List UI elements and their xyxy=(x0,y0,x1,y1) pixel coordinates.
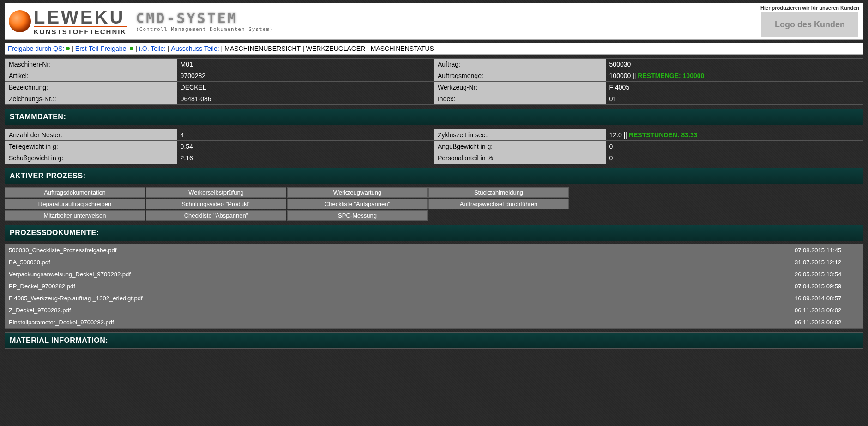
link-erstteil-freigabe[interactable]: Erst-Teil-Freigabe: xyxy=(75,45,128,52)
label-auftrag: Auftrag: xyxy=(434,59,606,70)
label-werkzeug-nr: Werkzeug-Nr: xyxy=(434,82,606,93)
status-nav-bar: Freigabe durch QS: | Erst-Teil-Freigabe:… xyxy=(5,43,863,55)
process-button[interactable]: Auftragsdokumentation xyxy=(5,187,145,198)
process-button[interactable]: Reparaturauftrag schreiben xyxy=(5,199,145,209)
documents-list: 500030_Checkliste_Prozessfreigabe.pdf07.… xyxy=(5,244,863,329)
stammdaten-panel: Anzahl der Nester: 4 Zykluszeit in sec.:… xyxy=(5,129,863,164)
label-bezeichnung: Bezeichnung: xyxy=(5,82,177,93)
customer-logo-placeholder: Logo des Kunden xyxy=(761,12,858,37)
document-name: Z_Deckel_9700282.pdf xyxy=(9,307,71,314)
section-prozessdokumente: PROZESSDOKUMENTE: xyxy=(5,225,863,241)
label-teilegewicht: Teilegewicht in g: xyxy=(5,141,177,152)
document-date: 16.09.2014 08:57 xyxy=(795,295,859,302)
section-stammdaten: STAMMDATEN: xyxy=(5,109,863,125)
value-maschinen-nr: M01 xyxy=(177,59,434,70)
nav-werkzeuglager[interactable]: WERKZEUGLAGER xyxy=(306,45,365,52)
document-name: 500030_Checkliste_Prozessfreigabe.pdf xyxy=(9,247,116,254)
customer-hint: Hier produzieren wir für unseren Kunden xyxy=(760,5,859,11)
order-info-panel: Maschinen-Nr: M01 Auftrag: 500030 Artike… xyxy=(5,58,863,105)
leweku-title: LEWEKU xyxy=(34,8,127,26)
document-name: BA_500030.pdf xyxy=(9,259,50,266)
link-ausschuss-teile[interactable]: Ausschuss Teile: xyxy=(171,45,219,52)
document-row[interactable]: Z_Deckel_9700282.pdf06.11.2013 06:02 xyxy=(5,304,863,316)
value-personalanteil: 0 xyxy=(606,152,863,164)
document-name: PP_Deckel_9700282.pdf xyxy=(9,283,75,290)
document-date: 06.11.2013 06:02 xyxy=(795,307,859,314)
process-button[interactable]: Stückzahlmeldung xyxy=(428,187,569,198)
label-artikel: Artikel: xyxy=(5,70,177,82)
label-personalanteil: Personalanteil in %: xyxy=(434,152,606,164)
document-date: 06.11.2013 06:02 xyxy=(795,319,859,326)
label-angussgewicht: Angußgewicht in g: xyxy=(434,141,606,152)
link-freigabe-qs[interactable]: Freigabe durch QS: xyxy=(8,45,64,52)
value-zykluszeit: 12.0 || RESTSTUNDEN: 83.33 xyxy=(606,129,863,141)
document-date: 07.04.2015 09:59 xyxy=(795,283,859,290)
process-button[interactable]: Werkzeugwartung xyxy=(287,187,428,198)
label-schussgewicht: Schußgewicht in g: xyxy=(5,152,177,164)
status-dot-green-icon xyxy=(66,47,70,50)
logo-leweku: LEWEKU KUNSTSTOFFTECHNIK xyxy=(9,8,127,35)
process-button[interactable]: Schulungsvideo "Produkt" xyxy=(146,199,286,209)
sphere-icon xyxy=(9,10,31,32)
nav-maschinenstatus[interactable]: MASCHINENSTATUS xyxy=(371,45,434,52)
process-button[interactable]: Checkliste "Abspannen" xyxy=(146,210,286,221)
document-name: Einstellparameter_Deckel_9700282.pdf xyxy=(9,319,114,326)
section-material-information: MATERIAL INFORMATION: xyxy=(5,332,863,349)
document-row[interactable]: F 4005_Werkzeug-Rep.auftrag _1302_erledi… xyxy=(5,292,863,304)
document-date: 31.07.2015 12:12 xyxy=(795,259,859,266)
value-auftragsmenge: 100000 || RESTMENGE: 100000 xyxy=(606,70,863,82)
document-row[interactable]: PP_Deckel_9700282.pdf07.04.2015 09:59 xyxy=(5,280,863,292)
app-header: LEWEKU KUNSTSTOFFTECHNIK CMD-SYSTEM (Con… xyxy=(5,3,863,40)
label-anzahl-nester: Anzahl der Nester: xyxy=(5,129,177,141)
process-button[interactable]: Checkliste "Aufspannen" xyxy=(287,199,428,209)
document-date: 07.08.2015 11:45 xyxy=(795,247,859,254)
label-zeichnungs-nr: Zeichnungs-Nr.:: xyxy=(5,93,177,104)
label-index: Index: xyxy=(434,93,606,104)
process-button[interactable]: Werkerselbstprüfung xyxy=(146,187,286,198)
label-auftragsmenge: Auftragsmenge: xyxy=(434,70,606,82)
value-angussgewicht: 0 xyxy=(606,141,863,152)
link-io-teile[interactable]: i.O. Teile: xyxy=(139,45,166,52)
label-maschinen-nr: Maschinen-Nr: xyxy=(5,59,177,70)
leweku-subtitle: KUNSTSTOFFTECHNIK xyxy=(34,26,127,35)
process-button[interactable]: Mitarbeiter unterweisen xyxy=(5,210,145,221)
value-artikel: 9700282 xyxy=(177,70,434,82)
value-index: 01 xyxy=(606,93,863,104)
nav-maschinenuebersicht[interactable]: MASCHINENÜBERSICHT xyxy=(224,45,301,52)
document-name: F 4005_Werkzeug-Rep.auftrag _1302_erledi… xyxy=(9,295,143,302)
label-zykluszeit: Zykluszeit in sec.: xyxy=(434,129,606,141)
cmd-title: CMD-SYSTEM xyxy=(136,10,273,26)
document-row[interactable]: Verpackungsanweisung_Deckel_9700282.pdf2… xyxy=(5,268,863,280)
document-row[interactable]: 500030_Checkliste_Prozessfreigabe.pdf07.… xyxy=(5,244,863,256)
value-zeichnungs-nr: 06481-086 xyxy=(177,93,434,104)
section-aktiver-prozess: AKTIVER PROZESS: xyxy=(5,168,863,184)
customer-area: Hier produzieren wir für unseren Kunden … xyxy=(760,5,859,37)
logo-cmd-system: CMD-SYSTEM (Controll-Management-Dokument… xyxy=(136,10,273,32)
document-row[interactable]: BA_500030.pdf31.07.2015 12:12 xyxy=(5,256,863,268)
process-button[interactable]: Auftragswechsel durchführen xyxy=(428,199,569,209)
document-row[interactable]: Einstellparameter_Deckel_9700282.pdf06.1… xyxy=(5,316,863,328)
document-name: Verpackungsanweisung_Deckel_9700282.pdf xyxy=(9,271,131,278)
value-schussgewicht: 2.16 xyxy=(177,152,434,164)
document-date: 26.05.2015 13:54 xyxy=(795,271,859,278)
value-teilegewicht: 0.54 xyxy=(177,141,434,152)
process-buttons-grid: AuftragsdokumentationWerkerselbstprüfung… xyxy=(5,187,863,221)
value-auftrag: 500030 xyxy=(606,59,863,70)
value-bezeichnung: DECKEL xyxy=(177,82,434,93)
process-button[interactable]: SPC-Messung xyxy=(287,210,428,221)
value-werkzeug-nr: F 4005 xyxy=(606,82,863,93)
status-dot-green-icon xyxy=(130,47,133,50)
value-anzahl-nester: 4 xyxy=(177,129,434,141)
cmd-subtitle: (Controll-Management-Dokumenten-System) xyxy=(136,26,273,32)
